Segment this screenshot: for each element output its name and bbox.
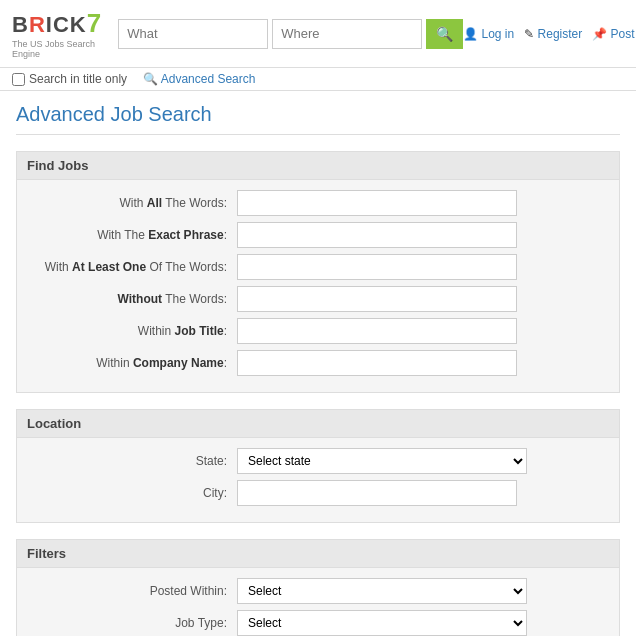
company-name-row: Within Company Name: (37, 350, 599, 376)
advanced-search-link[interactable]: 🔍 Advanced Search (143, 72, 255, 86)
state-label: State: (37, 454, 237, 468)
at-least-one-label: With At Least One Of The Words: (37, 260, 237, 274)
filters-header: Filters (17, 540, 619, 568)
logo-letter-i: I (46, 12, 53, 37)
filters-section: Filters Posted Within: Select Job Type: … (16, 539, 620, 636)
exact-phrase-row: With The Exact Phrase: (37, 222, 599, 248)
search-title-only-label[interactable]: Search in title only (12, 72, 127, 86)
posted-within-select[interactable]: Select (237, 578, 527, 604)
at-least-one-input[interactable] (237, 254, 517, 280)
state-select[interactable]: Select state (237, 448, 527, 474)
posted-within-row: Posted Within: Select (37, 578, 599, 604)
city-row: City: (37, 480, 599, 506)
location-header: Location (17, 410, 619, 438)
without-words-label: Without The Words: (37, 292, 237, 306)
logo-letter-b: B (12, 12, 29, 37)
pin-icon: 📌 (592, 27, 607, 41)
register-link[interactable]: Register (538, 27, 583, 41)
page-title: Advanced Job Search (16, 103, 620, 135)
page-title-bar: Advanced Job Search (0, 91, 636, 143)
at-least-one-row: With At Least One Of The Words: (37, 254, 599, 280)
person-icon: 👤 (463, 27, 478, 41)
sub-header: Search in title only 🔍 Advanced Search (0, 68, 636, 91)
city-input[interactable] (237, 480, 517, 506)
state-row: State: Select state (37, 448, 599, 474)
search-where-input[interactable] (272, 19, 422, 49)
logo-letter-k: K (70, 12, 87, 37)
job-title-label: Within Job Title: (37, 324, 237, 338)
logo-title: BRICK7 (12, 8, 102, 39)
city-label: City: (37, 486, 237, 500)
exact-phrase-label: With The Exact Phrase: (37, 228, 237, 242)
header-right: 👤 Log in ✎ Register 📌 Post a Job (463, 27, 636, 41)
all-words-label: With All The Words: (37, 196, 237, 210)
logo-number-7: 7 (87, 8, 102, 38)
search-title-only-checkbox[interactable] (12, 73, 25, 86)
exact-phrase-input[interactable] (237, 222, 517, 248)
login-link[interactable]: Log in (482, 27, 515, 41)
find-jobs-header: Find Jobs (17, 152, 619, 180)
key-icon: ✎ (524, 27, 534, 41)
without-words-input[interactable] (237, 286, 517, 312)
all-words-input[interactable] (237, 190, 517, 216)
job-title-input[interactable] (237, 318, 517, 344)
posted-within-label: Posted Within: (37, 584, 237, 598)
location-section: Location State: Select state City: (16, 409, 620, 523)
main-content: Find Jobs With All The Words: With The E… (0, 143, 636, 636)
without-words-row: Without The Words: (37, 286, 599, 312)
logo-subtitle: The US Jobs Search Engine (12, 39, 102, 59)
company-name-label: Within Company Name: (37, 356, 237, 370)
job-type-label: Job Type: (37, 616, 237, 630)
job-type-select[interactable]: Select (237, 610, 527, 636)
job-type-row: Job Type: Select (37, 610, 599, 636)
filters-body: Posted Within: Select Job Type: Select W… (17, 568, 619, 636)
search-what-input[interactable] (118, 19, 268, 49)
search-bar: 🔍 (118, 19, 463, 49)
find-jobs-body: With All The Words: With The Exact Phras… (17, 180, 619, 392)
location-body: State: Select state City: (17, 438, 619, 522)
header: BRICK7 The US Jobs Search Engine 🔍 👤 Log… (0, 0, 636, 68)
job-title-row: Within Job Title: (37, 318, 599, 344)
all-words-row: With All The Words: (37, 190, 599, 216)
post-job-link[interactable]: Post a Job (611, 27, 636, 41)
logo-letter-c: C (53, 12, 70, 37)
logo: BRICK7 The US Jobs Search Engine (12, 8, 102, 59)
find-jobs-section: Find Jobs With All The Words: With The E… (16, 151, 620, 393)
logo-letter-r: R (29, 12, 46, 37)
search-icon: 🔍 (143, 72, 158, 86)
company-name-input[interactable] (237, 350, 517, 376)
search-button[interactable]: 🔍 (426, 19, 463, 49)
